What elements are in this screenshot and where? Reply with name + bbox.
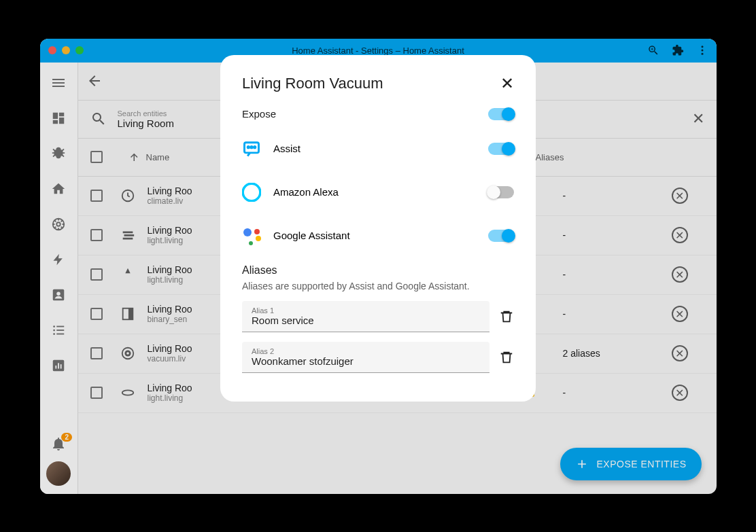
google-icon: [242, 226, 261, 245]
service-label: Google Assistant: [273, 230, 476, 241]
alexa-icon: [242, 183, 261, 202]
service-label: Assist: [273, 143, 476, 154]
alias-row: Alias 1 Room service: [242, 301, 514, 332]
service-row: Google Assistant: [242, 214, 514, 258]
svg-point-28: [243, 183, 260, 201]
expose-dialog: Living Room Vacuum ✕ Expose Assist Amazo…: [220, 55, 536, 402]
service-toggle[interactable]: [488, 186, 514, 198]
svg-point-26: [251, 146, 252, 147]
alias-row: Alias 2 Woonkamer stofzuiger: [242, 342, 514, 373]
service-row: Assist: [242, 127, 514, 171]
service-toggle[interactable]: [488, 230, 514, 242]
svg-point-27: [254, 146, 256, 147]
aliases-title: Aliases: [242, 264, 514, 277]
service-row: Amazon Alexa: [242, 171, 514, 214]
dialog-title: Living Room Vacuum: [242, 75, 383, 92]
chat-icon: [242, 139, 261, 158]
service-toggle[interactable]: [488, 143, 514, 155]
aliases-subtitle: Aliases are supported by Assist and Goog…: [242, 281, 514, 291]
delete-alias-icon[interactable]: [499, 309, 514, 324]
modal-overlay[interactable]: Living Room Vacuum ✕ Expose Assist Amazo…: [40, 39, 717, 494]
alias-input[interactable]: Alias 2 Woonkamer stofzuiger: [242, 342, 489, 373]
expose-label: Expose: [242, 108, 276, 120]
expose-toggle[interactable]: [488, 108, 514, 120]
delete-alias-icon[interactable]: [499, 350, 514, 365]
svg-point-25: [247, 146, 249, 147]
alias-input[interactable]: Alias 1 Room service: [242, 301, 489, 332]
app-window: Home Assistant - Settings – Home Assista…: [40, 39, 717, 494]
dialog-close-icon[interactable]: ✕: [500, 74, 514, 93]
service-label: Amazon Alexa: [273, 186, 476, 198]
